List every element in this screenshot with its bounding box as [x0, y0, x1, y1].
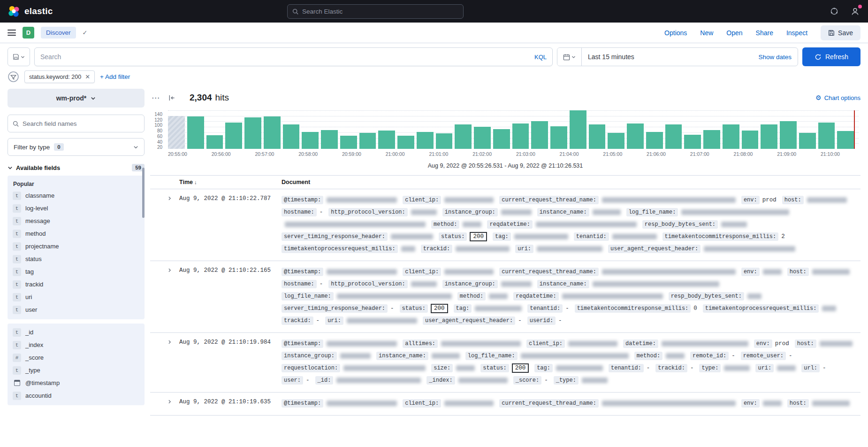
date-quick-select-button[interactable]: [557, 48, 582, 66]
global-search-input[interactable]: [302, 8, 458, 15]
doc-field-name[interactable]: tag:: [534, 364, 553, 372]
global-search[interactable]: [287, 4, 464, 19]
doc-field-name[interactable]: client_ip:: [403, 399, 441, 408]
doc-field-name[interactable]: instance_group:: [442, 208, 498, 216]
sidebar-scrollbar[interactable]: [142, 168, 145, 218]
doc-field-name[interactable]: current_request_thread_name:: [499, 399, 599, 408]
doc-field-name[interactable]: uri:: [755, 364, 774, 372]
doc-field-name[interactable]: tenantid:: [574, 232, 609, 241]
histogram-bar[interactable]: [187, 116, 204, 149]
histogram-bar[interactable]: [244, 117, 261, 149]
more-options-icon[interactable]: ⋯: [150, 92, 161, 103]
doc-field-name[interactable]: log_file_name:: [626, 208, 678, 216]
histogram-bar[interactable]: [799, 133, 816, 149]
histogram-bar[interactable]: [684, 135, 701, 149]
doc-field-name[interactable]: instance_name:: [376, 352, 428, 360]
doc-field-name[interactable]: status:: [480, 364, 509, 372]
doc-field-name[interactable]: http_protocol_version:: [328, 280, 407, 288]
field-item-projectname[interactable]: tprojectname: [8, 240, 145, 253]
doc-field-name[interactable]: trackid:: [282, 316, 313, 325]
field-item-status[interactable]: tstatus: [8, 253, 145, 265]
doc-field-name[interactable]: trackid:: [421, 245, 453, 253]
histogram-bar[interactable]: [837, 131, 854, 149]
histogram-bar[interactable]: [589, 124, 606, 149]
doc-field-name[interactable]: user:: [282, 376, 303, 385]
histogram-bar[interactable]: [761, 124, 777, 149]
time-column-header[interactable]: Time↓: [179, 179, 282, 185]
doc-field-name[interactable]: alltimes:: [403, 339, 438, 348]
doc-field-name[interactable]: method:: [457, 292, 486, 301]
field-item-_id[interactable]: t_id: [8, 326, 145, 339]
histogram-bar[interactable]: [512, 123, 529, 149]
doc-field-name[interactable]: type:: [699, 364, 721, 372]
doc-field-name[interactable]: remote_user:: [741, 352, 786, 360]
histogram-bar[interactable]: [321, 130, 338, 149]
doc-field-name[interactable]: status:: [400, 304, 428, 313]
available-fields-header[interactable]: Available fields 59: [8, 164, 145, 171]
doc-field-name[interactable]: tenantid:: [609, 364, 644, 372]
doc-field-name[interactable]: timetakentoprocessrequest_millis:: [282, 245, 398, 253]
filter-pill[interactable]: status.keyword: 200 ✕: [24, 70, 95, 83]
doc-field-name[interactable]: instance_name:: [537, 280, 589, 288]
doc-field-name[interactable]: log_file_name:: [282, 292, 334, 301]
doc-field-name[interactable]: http_protocol_version:: [328, 208, 407, 216]
doc-field-name[interactable]: user_agent_request_header:: [423, 316, 515, 325]
doc-field-name[interactable]: env:: [741, 268, 760, 276]
doc-field-name[interactable]: client_ip:: [403, 196, 441, 204]
elastic-home-link[interactable]: elastic: [8, 5, 53, 18]
collapse-sidebar-icon[interactable]: [166, 92, 177, 103]
field-item-_score[interactable]: #_score: [8, 351, 145, 364]
histogram-bar[interactable]: [742, 131, 759, 149]
time-range-value[interactable]: Last 15 minutes: [582, 53, 758, 61]
doc-field-name[interactable]: @timestamp:: [282, 339, 323, 348]
doc-field-name[interactable]: _type:: [554, 376, 579, 385]
histogram-bar[interactable]: [474, 127, 491, 149]
doc-field-name[interactable]: host:: [782, 196, 804, 204]
breadcrumb-discover[interactable]: Discover: [41, 27, 76, 39]
filter-menu-icon[interactable]: [8, 71, 19, 83]
histogram-bar[interactable]: [340, 136, 357, 149]
refresh-button[interactable]: Refresh: [802, 47, 860, 66]
doc-field-name[interactable]: resp_body_bytes_sent:: [669, 292, 744, 301]
field-search-input[interactable]: [23, 120, 139, 127]
histogram-bar[interactable]: [646, 132, 663, 149]
histogram-bar[interactable]: [455, 124, 472, 149]
doc-field-name[interactable]: client_ip:: [526, 339, 565, 348]
field-item-user[interactable]: tuser: [8, 303, 145, 316]
doc-field-name[interactable]: user_agent_request_header:: [608, 245, 700, 253]
doc-field-name[interactable]: remote_id:: [690, 352, 729, 360]
doc-field-name[interactable]: timetakentoprocessrequest_millis:: [703, 304, 819, 313]
field-item-log-level[interactable]: tlog-level: [8, 202, 145, 215]
doc-field-name[interactable]: resp_body_bytes_sent:: [642, 220, 718, 229]
doc-field-name[interactable]: current_request_thread_name:: [499, 268, 599, 276]
open-link[interactable]: Open: [726, 29, 742, 37]
field-item-method[interactable]: tmethod: [8, 227, 145, 240]
histogram-bar[interactable]: [397, 136, 414, 149]
inspect-link[interactable]: Inspect: [786, 29, 807, 37]
doc-field-name[interactable]: method:: [634, 352, 662, 360]
doc-field-name[interactable]: requestlocation:: [282, 364, 340, 372]
doc-field-name[interactable]: instance_name:: [537, 208, 589, 216]
histogram-bar[interactable]: [264, 116, 281, 149]
histogram-bar[interactable]: [493, 129, 510, 149]
query-input[interactable]: [40, 53, 530, 61]
histogram-bar[interactable]: [570, 110, 586, 149]
expand-row-icon[interactable]: [167, 267, 173, 327]
doc-field-name[interactable]: url:: [801, 364, 820, 372]
field-item-classname[interactable]: tclassname: [8, 189, 145, 202]
doc-field-name[interactable]: log_file_name:: [465, 352, 518, 360]
add-filter-button[interactable]: + Add filter: [100, 73, 130, 80]
doc-field-name[interactable]: _score:: [513, 376, 541, 385]
doc-field-name[interactable]: env:: [754, 339, 772, 348]
doc-field-name[interactable]: hostname:: [282, 280, 317, 288]
doc-field-name[interactable]: server_timing_response_header:: [282, 304, 388, 313]
doc-field-name[interactable]: env:: [741, 196, 760, 204]
doc-field-name[interactable]: timetakentocommitresponse_millis:: [662, 232, 779, 241]
doc-field-name[interactable]: _index:: [426, 376, 455, 385]
field-item-@timestamp[interactable]: @timestamp: [8, 377, 145, 389]
histogram-bar[interactable]: [436, 133, 453, 149]
doc-field-name[interactable]: datetime:: [623, 339, 658, 348]
histogram-bar[interactable]: [283, 124, 300, 149]
histogram-bar[interactable]: [359, 133, 376, 149]
field-item-_index[interactable]: t_index: [8, 339, 145, 351]
